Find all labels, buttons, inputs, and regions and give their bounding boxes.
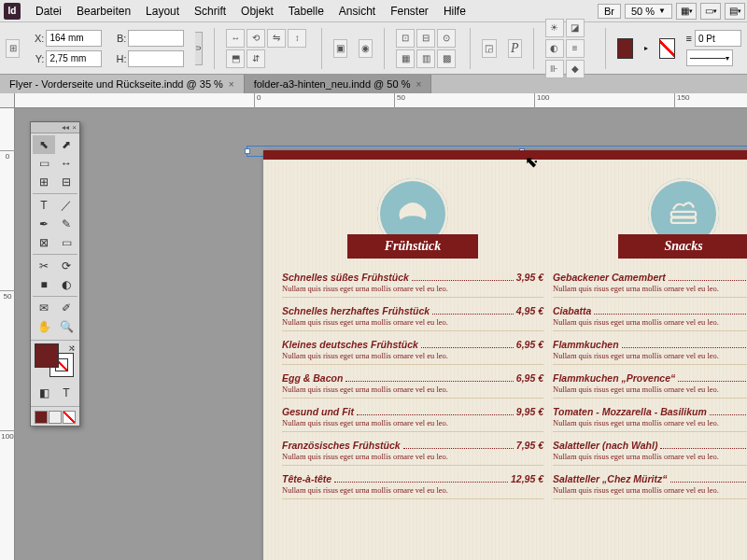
reference-point-icon[interactable]: ⊞ — [6, 39, 20, 58]
text-wrap-icon[interactable]: P — [508, 39, 522, 58]
ruler-origin[interactable] — [0, 93, 15, 108]
scale-y-icon[interactable]: ↕ — [288, 29, 306, 48]
h-input[interactable] — [128, 50, 184, 67]
screen-mode-icon[interactable]: ▭▾ — [700, 3, 721, 20]
mode-normal[interactable] — [35, 411, 48, 424]
menu-schrift[interactable]: Schrift — [187, 5, 233, 18]
doc-tab-1[interactable]: folder-a3-hinten_neu.indd @ 50 %× — [245, 75, 432, 93]
hand-tool[interactable]: ✋ — [33, 317, 55, 336]
close-icon[interactable]: × — [416, 79, 421, 90]
document-page[interactable]: FrühstückSchnelles süßes Frühstück3,95 €… — [263, 150, 747, 560]
item-price: 3,95 € — [516, 272, 543, 283]
auto-fit-icon[interactable]: ▩ — [437, 49, 456, 68]
pathfinder-icon[interactable]: ◆ — [566, 60, 585, 78]
item-name: Flammkuchen — [553, 339, 619, 350]
toolbox-panel[interactable]: ◂◂× ⬉⬈▭↔⊞⊟T／✒✎⊠▭✂⟳■◐✉✐✋🔍 ⤭ ◧T — [30, 121, 80, 427]
gradient-swatch[interactable]: ■ — [33, 275, 55, 294]
item-desc: Nullam quis risus eget urna mollis ornar… — [553, 418, 747, 432]
selection-handle[interactable] — [245, 148, 250, 154]
menu-bearbeiten[interactable]: Bearbeiten — [69, 5, 138, 18]
fill-swatch[interactable] — [617, 38, 633, 59]
gradient-feather[interactable]: ◐ — [55, 275, 78, 294]
menu-datei[interactable]: Datei — [28, 5, 69, 18]
stroke-swatch[interactable] — [659, 38, 675, 59]
fit-content-icon[interactable]: ⊡ — [396, 29, 415, 48]
line-tool[interactable]: ／ — [55, 196, 78, 215]
pencil-tool[interactable]: ✎ — [55, 215, 78, 233]
close-icon[interactable]: × — [72, 123, 77, 132]
fill-box[interactable] — [35, 343, 59, 368]
menu-item: Tomaten - Mozzarella - BasilikumNullam q… — [553, 406, 747, 432]
menu-objekt[interactable]: Objekt — [233, 5, 281, 18]
direct-selection-tool[interactable]: ⬈ — [55, 135, 78, 154]
zoom-tool[interactable]: 🔍 — [55, 317, 78, 336]
view-mode-row — [31, 409, 79, 426]
close-icon[interactable]: × — [229, 79, 234, 90]
item-desc: Nullam quis risus eget urna mollis ornar… — [282, 317, 543, 331]
menu-layout[interactable]: Layout — [138, 5, 187, 18]
arrange-documents-icon[interactable]: ▤▾ — [725, 3, 745, 20]
center-content-icon[interactable]: ⊙ — [437, 29, 456, 48]
fit-prop-icon[interactable]: ▥ — [416, 49, 435, 68]
toolbox-header[interactable]: ◂◂× — [31, 122, 79, 133]
scissors-tool[interactable]: ✂ — [33, 257, 55, 275]
stroke-weight-input[interactable] — [695, 30, 741, 47]
ruler-vertical[interactable]: 050100150 — [0, 108, 15, 560]
effects-icon[interactable]: ☀ — [545, 19, 564, 37]
mode-bleed[interactable] — [63, 411, 76, 424]
text-toggle[interactable]: T — [55, 384, 78, 402]
doc-tab-0[interactable]: Flyer - Vorderseite und Rückseite.indd @… — [0, 75, 245, 93]
menu-hilfe[interactable]: Hilfe — [436, 5, 473, 18]
type-tool[interactable]: T — [33, 196, 55, 215]
app-icon: Id — [4, 3, 21, 20]
flip-v-icon[interactable]: ⇵ — [247, 49, 265, 68]
w-input[interactable] — [128, 30, 184, 47]
gap-tool[interactable]: ↔ — [55, 154, 78, 173]
rectangle-frame[interactable]: ⊠ — [33, 233, 55, 252]
bridge-button[interactable]: Br — [598, 4, 621, 19]
opacity-icon[interactable]: ◐ — [545, 39, 564, 58]
corner-options-icon[interactable]: ◲ — [482, 39, 496, 58]
fill-frame-icon[interactable]: ▦ — [396, 49, 415, 68]
x-input[interactable] — [46, 30, 102, 47]
menu-item: Kleines deutsches Frühstück6,95 €Nullam … — [282, 339, 543, 365]
select-content-icon[interactable]: ◉ — [359, 39, 373, 58]
align-icon[interactable]: ≡ — [566, 39, 585, 58]
collapse-icon[interactable]: ◂◂ — [62, 123, 69, 132]
content-placer[interactable]: ⊟ — [55, 173, 78, 191]
selection-tool[interactable]: ⬉ — [33, 135, 55, 154]
stroke-style-dropdown[interactable]: ▾ — [686, 49, 733, 66]
menu-tabelle[interactable]: Tabelle — [281, 5, 331, 18]
menu-fenster[interactable]: Fenster — [383, 5, 436, 18]
shear-icon[interactable]: ⬒ — [226, 49, 245, 68]
fill-toggle[interactable]: ◧ — [33, 384, 55, 402]
select-container-icon[interactable]: ▣ — [333, 39, 347, 58]
rectangle-tool[interactable]: ▭ — [55, 233, 78, 252]
y-input[interactable] — [46, 50, 102, 67]
ruler-horizontal[interactable]: 050100150200250 — [15, 93, 747, 108]
zoom-dropdown[interactable]: 50 %▼ — [625, 4, 672, 19]
fit-frame-icon[interactable]: ⊟ — [416, 29, 435, 48]
swap-icon[interactable]: ⤭ — [68, 343, 76, 353]
eyedropper-tool[interactable]: ✐ — [55, 299, 78, 317]
svg-rect-1 — [671, 217, 696, 223]
menu-ansicht[interactable]: Ansicht — [331, 5, 383, 18]
distribute-icon[interactable]: ⊪ — [545, 60, 564, 78]
fill-stroke-proxy[interactable]: ⤭ — [33, 343, 78, 379]
pen-tool[interactable]: ✒ — [33, 215, 55, 233]
canvas[interactable]: FrühstückSchnelles süßes Frühstück3,95 €… — [15, 108, 747, 560]
transform-tool[interactable]: ⟳ — [55, 257, 78, 275]
scale-x-icon[interactable]: ↔ — [226, 29, 245, 48]
view-options-icon[interactable]: ▦▾ — [676, 3, 697, 20]
menu-item: Salatteller (nach Wahl)Nullam quis risus… — [553, 440, 747, 466]
content-collector[interactable]: ⊞ — [33, 173, 55, 191]
menu-item: Tête-à-tête12,95 €Nullam quis risus eget… — [282, 473, 543, 499]
page-tool[interactable]: ▭ — [33, 154, 55, 173]
rotate-icon[interactable]: ⟲ — [247, 29, 265, 48]
constrain-icon[interactable]: ⊃ — [195, 32, 203, 65]
menu-item: Egg & Bacon6,95 €Nullam quis risus eget … — [282, 372, 543, 399]
flip-h-icon[interactable]: ⇋ — [267, 29, 286, 48]
mode-preview[interactable] — [49, 411, 62, 424]
drop-shadow-icon[interactable]: ◪ — [566, 19, 585, 37]
note-tool[interactable]: ✉ — [33, 299, 55, 317]
